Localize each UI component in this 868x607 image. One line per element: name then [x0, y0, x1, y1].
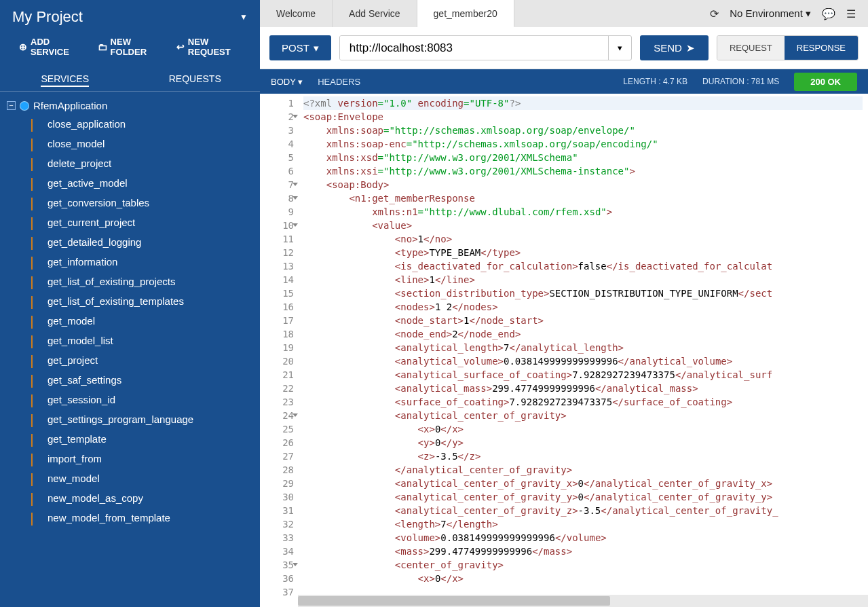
- tree-item[interactable]: get_list_of_existing_templates: [0, 291, 260, 311]
- tree-item-label: get_list_of_existing_templates: [48, 295, 184, 307]
- tree-item-label: get_information: [48, 256, 117, 268]
- new-folder-label: NEW FOLDER: [111, 37, 164, 57]
- operation-icon: [31, 238, 41, 247]
- tree-item-label: get_session_id: [48, 394, 115, 405]
- operation-icon: [31, 277, 41, 287]
- operation-icon: [31, 435, 41, 444]
- tab-add-service[interactable]: Add Service: [333, 0, 417, 27]
- operation-icon: [31, 119, 41, 129]
- operation-icon: [31, 474, 41, 483]
- tree-item-label: get_settings_program_language: [48, 413, 193, 425]
- tab-welcome[interactable]: Welcome: [260, 0, 333, 27]
- tree-item[interactable]: get_information: [0, 252, 260, 272]
- tree-item[interactable]: get_settings_program_language: [0, 409, 260, 429]
- tree-item-label: get_template: [48, 433, 107, 445]
- operation-icon: [31, 179, 41, 188]
- tree-item[interactable]: new_model: [0, 468, 260, 488]
- chat-icon[interactable]: 💬: [822, 7, 835, 20]
- tree-item[interactable]: import_from: [0, 449, 260, 468]
- tree-item[interactable]: get_template: [0, 429, 260, 449]
- chevron-down-icon: ▾: [314, 42, 319, 54]
- duration-label: DURATION : 781 MS: [702, 77, 779, 86]
- tree-item[interactable]: get_current_project: [0, 213, 260, 232]
- project-title[interactable]: My Project: [12, 8, 83, 26]
- tree-item-label: import_from: [48, 453, 102, 464]
- response-view-button[interactable]: RESPONSE: [785, 36, 858, 60]
- new-request-label: NEW REQUEST: [188, 37, 248, 57]
- service-tree: − RfemApplication close_applicationclose…: [0, 92, 260, 607]
- menu-icon[interactable]: ☰: [846, 7, 856, 20]
- tree-root[interactable]: − RfemApplication: [0, 97, 260, 114]
- root-label: RfemApplication: [33, 100, 107, 111]
- tree-item-label: close_application: [48, 118, 126, 130]
- topbar: Welcome Add Service get_member20 ⟳ No En…: [260, 0, 868, 27]
- tree-item[interactable]: get_session_id: [0, 390, 260, 409]
- tab-services[interactable]: SERVICES: [0, 67, 130, 91]
- send-button[interactable]: SEND ➤: [640, 35, 709, 60]
- line-gutter: 1234567891011121314151617181920212223242…: [260, 94, 298, 607]
- request-view-button[interactable]: REQUEST: [717, 36, 785, 60]
- refresh-icon[interactable]: ⟳: [710, 7, 719, 20]
- add-service-button[interactable]: ⊕ADD SERVICE: [19, 37, 86, 57]
- tree-item[interactable]: get_detailed_logging: [0, 232, 260, 252]
- tree-item-label: delete_project: [48, 158, 111, 169]
- horizontal-scrollbar[interactable]: [298, 595, 868, 607]
- headers-tab[interactable]: HEADERS: [318, 77, 360, 87]
- scrollbar-thumb[interactable]: [298, 596, 610, 606]
- environment-selector[interactable]: No Environment ▾: [730, 7, 811, 20]
- tree-item[interactable]: close_model: [0, 134, 260, 153]
- length-label: LENGTH : 4.7 KB: [623, 77, 687, 86]
- tree-item-label: get_project: [48, 354, 98, 366]
- project-menu-caret[interactable]: ▼: [240, 12, 248, 22]
- send-icon: ➤: [686, 42, 695, 54]
- new-request-button[interactable]: ↩NEW REQUEST: [176, 37, 248, 57]
- status-badge: 200 OK: [794, 73, 857, 91]
- tree-item[interactable]: get_list_of_existing_projects: [0, 272, 260, 291]
- tree-item-label: get_detailed_logging: [48, 236, 141, 248]
- sidebar: My Project ▼ ⊕ADD SERVICE 🗀NEW FOLDER ↩N…: [0, 0, 260, 607]
- tree-item-label: close_model: [48, 138, 105, 149]
- tree-item[interactable]: new_model_from_template: [0, 508, 260, 528]
- new-folder-button[interactable]: 🗀NEW FOLDER: [98, 37, 164, 57]
- tree-item-label: get_conversion_tables: [48, 197, 149, 208]
- tree-item-label: new_model_from_template: [48, 512, 170, 523]
- operation-icon: [31, 336, 41, 346]
- tree-item[interactable]: get_active_model: [0, 173, 260, 193]
- request-icon: ↩: [176, 41, 185, 52]
- operation-icon: [31, 198, 41, 208]
- tree-item[interactable]: new_model_as_copy: [0, 488, 260, 508]
- response-editor[interactable]: 1234567891011121314151617181920212223242…: [260, 94, 868, 607]
- operation-icon: [31, 375, 41, 385]
- operation-icon: [31, 415, 41, 424]
- tree-item-label: new_model: [48, 473, 100, 484]
- operation-icon: [31, 316, 41, 326]
- method-selector[interactable]: POST ▾: [269, 35, 331, 60]
- tree-item[interactable]: get_model_list: [0, 331, 260, 350]
- operation-icon: [31, 257, 41, 267]
- tab-get-member20[interactable]: get_member20: [417, 0, 514, 27]
- url-history-dropdown[interactable]: ▾: [608, 36, 631, 60]
- url-input[interactable]: [340, 36, 608, 60]
- collapse-icon[interactable]: −: [7, 101, 16, 110]
- operation-icon: [31, 454, 41, 464]
- folder-plus-icon: 🗀: [98, 41, 107, 52]
- tree-item[interactable]: get_project: [0, 350, 260, 370]
- operation-icon: [31, 297, 41, 306]
- tree-item[interactable]: delete_project: [0, 153, 260, 173]
- operation-icon: [31, 159, 41, 168]
- body-tab[interactable]: BODY ▾: [271, 77, 303, 87]
- tree-item[interactable]: get_model: [0, 311, 260, 331]
- operation-icon: [31, 139, 41, 149]
- operation-icon: [31, 494, 41, 503]
- tree-item-label: get_model_list: [48, 335, 113, 346]
- operation-icon: [31, 395, 41, 405]
- code-area[interactable]: <?xml version="1.0" encoding="UTF-8"?><s…: [298, 94, 868, 607]
- tree-item-label: get_current_project: [48, 217, 135, 228]
- tree-item-label: get_active_model: [48, 177, 128, 189]
- operation-icon: [31, 513, 41, 523]
- tree-item[interactable]: close_application: [0, 114, 260, 134]
- tab-requests[interactable]: REQUESTS: [130, 67, 261, 91]
- tree-item[interactable]: get_saf_settings: [0, 370, 260, 390]
- tree-item[interactable]: get_conversion_tables: [0, 193, 260, 213]
- tree-item-label: get_list_of_existing_projects: [48, 276, 175, 287]
